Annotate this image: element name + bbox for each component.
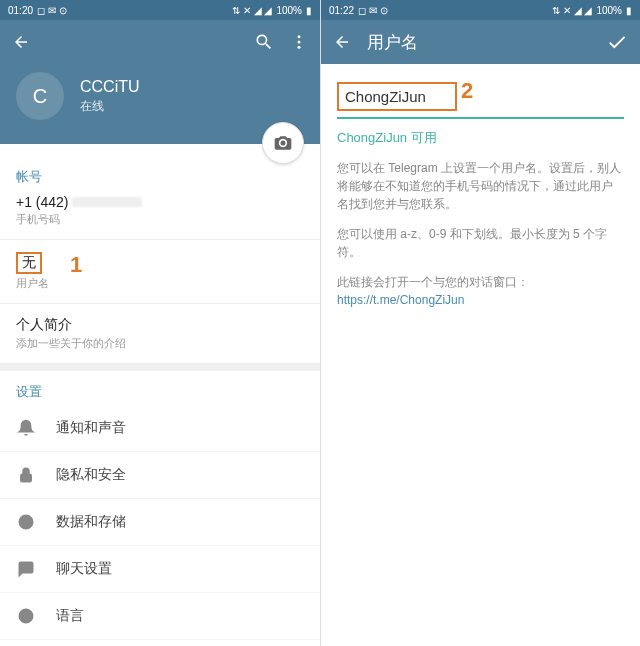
settings-screen: 01:20◻ ✉ ⊙ ⇅ ✕ ◢ ◢100%▮ C CCCiTU 在线 帐号 +… (0, 0, 320, 646)
profile-status: 在线 (80, 98, 140, 115)
svg-rect-3 (21, 474, 32, 482)
status-time-r: 01:22 (329, 5, 354, 16)
data-icon (16, 513, 36, 531)
input-underline (337, 117, 624, 119)
settings-header: 设置 (0, 371, 320, 405)
annotation-2: 2 (461, 78, 473, 104)
lock-icon (16, 466, 36, 484)
annotation-1: 1 (70, 252, 82, 278)
back-icon[interactable] (12, 33, 30, 51)
status-time: 01:20 (8, 5, 33, 16)
confirm-icon[interactable] (606, 31, 628, 53)
setting-privacy[interactable]: 隐私和安全 (0, 452, 320, 499)
globe-icon (16, 607, 36, 625)
battery-icon: ▮ (306, 5, 312, 16)
status-icons-r: ◻ ✉ ⊙ (358, 5, 388, 16)
status-icons: ◻ ✉ ⊙ (37, 5, 67, 16)
username-screen: 01:22◻ ✉ ⊙ ⇅ ✕ ◢ ◢100%▮ 用户名 ChongZiJun 2… (320, 0, 640, 646)
username-input[interactable]: ChongZiJun (337, 82, 457, 111)
header-title-r: 用户名 (367, 31, 590, 54)
status-bar: 01:20◻ ✉ ⊙ ⇅ ✕ ◢ ◢100%▮ (0, 0, 320, 20)
phone-value[interactable]: +1 (442) (16, 194, 304, 210)
net-icons: ⇅ ✕ ◢ ◢ (232, 5, 272, 16)
setting-chat[interactable]: 聊天设置 (0, 546, 320, 593)
desc-3: 此链接会打开一个与您的对话窗口：https://t.me/ChongZiJun (321, 267, 640, 315)
username-label: 用户名 (16, 276, 304, 291)
svg-point-1 (298, 41, 301, 44)
desc-1: 您可以在 Telegram 上设置一个用户名。设置后，别人将能够在不知道您的手机… (321, 153, 640, 219)
bio-sub: 添加一些关于你的介绍 (16, 336, 304, 351)
more-icon[interactable] (290, 33, 308, 51)
username-link[interactable]: https://t.me/ChongZiJun (337, 293, 464, 307)
account-header: 帐号 (16, 168, 304, 186)
header (0, 20, 320, 64)
chat-icon (16, 560, 36, 578)
setting-notify[interactable]: 通知和声音 (0, 405, 320, 452)
username-row[interactable]: 无 用户名 1 (0, 240, 320, 304)
profile-header: C CCCiTU 在线 (0, 64, 320, 144)
battery-text-r: 100% (596, 5, 622, 16)
svg-point-0 (298, 35, 301, 38)
available-msg: ChongZiJun 可用 (321, 123, 640, 153)
username-value: 无 (16, 252, 42, 274)
username-input-wrap: ChongZiJun 2 (321, 64, 640, 123)
setting-data[interactable]: 数据和存储 (0, 499, 320, 546)
profile-name: CCCiTU (80, 78, 140, 96)
bio-title: 个人简介 (16, 316, 304, 334)
status-bar-r: 01:22◻ ✉ ⊙ ⇅ ✕ ◢ ◢100%▮ (321, 0, 640, 20)
battery-icon-r: ▮ (626, 5, 632, 16)
account-section: 帐号 +1 (442) 手机号码 (0, 144, 320, 240)
bio-row[interactable]: 个人简介 添加一些关于你的介绍 (0, 304, 320, 371)
setting-help[interactable]: 帮助 (0, 640, 320, 646)
svg-point-2 (298, 46, 301, 49)
desc-2: 您可以使用 a-z、0-9 和下划线。最小长度为 5 个字符。 (321, 219, 640, 267)
net-icons-r: ⇅ ✕ ◢ ◢ (552, 5, 592, 16)
avatar[interactable]: C (16, 72, 64, 120)
phone-label: 手机号码 (16, 212, 304, 227)
search-icon[interactable] (254, 32, 274, 52)
bell-icon (16, 419, 36, 437)
setting-lang[interactable]: 语言 (0, 593, 320, 640)
back-icon-r[interactable] (333, 33, 351, 51)
battery-text: 100% (276, 5, 302, 16)
header-r: 用户名 (321, 20, 640, 64)
